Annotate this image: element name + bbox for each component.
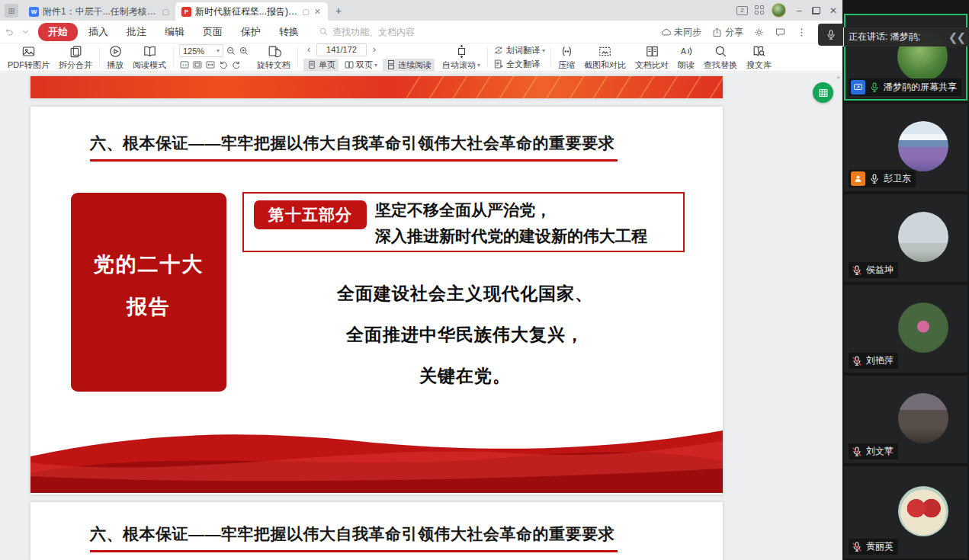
tab-label: 附件1：中层干...任制考核登记表 (43, 5, 159, 18)
avatar (898, 121, 948, 171)
full-translate-button[interactable]: 全文翻译 (493, 59, 545, 70)
word-translate-icon (493, 45, 504, 56)
play-button[interactable]: 播放 (102, 43, 128, 71)
read-mode-button[interactable]: 阅读模式 (128, 43, 171, 71)
prev-page-button[interactable]: ‹ (303, 44, 314, 55)
slide-title-row: 六、根本保证——牢牢把握以伟大自我革命引领伟大社会革命的重要要求 (44, 126, 618, 165)
document-scroll-area[interactable]: 六、根本保证——牢牢把握以伟大自我革命引领伟大社会革命的重要要求 党的二十大 报… (0, 72, 842, 560)
app-grid-icon[interactable] (755, 5, 765, 15)
participant-tile[interactable]: 彭卫东 (844, 104, 967, 191)
rotate-left-icon[interactable] (218, 59, 229, 70)
account-avatar[interactable] (772, 3, 786, 18)
participant-tile[interactable]: 侯益坤 (844, 194, 967, 282)
microphone-icon (825, 29, 837, 41)
collapse-sidebar-icon[interactable]: ❮❮ (948, 30, 964, 44)
minimize-button[interactable]: – (793, 5, 805, 16)
auto-scroll-icon (454, 44, 469, 59)
tab-status-icon: ▢ (162, 8, 169, 16)
menu-item-convert[interactable]: 转换 (270, 23, 308, 41)
tab-document-1[interactable]: 附件1：中层干...任制考核登记表 ▢ (23, 2, 175, 21)
slide-title: 六、根本保证——牢牢把握以伟大自我革命引领伟大社会革命的重要要求 (90, 517, 618, 552)
read-aloud-button[interactable]: 朗读 (673, 43, 699, 71)
slide-title: 六、根本保证——牢牢把握以伟大自我革命引领伟大社会革命的重要要求 (90, 126, 618, 162)
window-controls: 2 – ✕ (736, 3, 839, 18)
single-page-icon (306, 59, 317, 70)
tab-document-2-active[interactable]: 新时代新征程坚...报告) .pdf ▢ ✕ (175, 2, 328, 21)
compress-button[interactable]: 压缩 (553, 43, 579, 71)
search-library-button[interactable]: 搜文库 (742, 43, 776, 71)
rotate-doc-icon (267, 44, 281, 59)
doc-compare-button[interactable]: 文档比对 (630, 43, 673, 71)
wps-writer-icon (29, 7, 39, 17)
double-page-button[interactable]: 双页 ▾ (341, 59, 380, 72)
pdf-to-image-button[interactable]: PDF转图片 (3, 43, 54, 71)
participant-tile[interactable]: 刘艳萍 (844, 285, 967, 373)
chevron-down-icon: ▾ (217, 47, 220, 54)
window-split-icon[interactable]: 2 (736, 6, 748, 15)
slide-title-row: 六、根本保证——牢牢把握以伟大自我革命引领伟大社会革命的重要要求 (44, 517, 618, 555)
close-button[interactable]: ✕ (827, 5, 839, 16)
speaking-text: 正在讲话: 潘梦鹃; (849, 30, 948, 43)
screenshot-compare-button[interactable]: 截图和对比 (579, 43, 630, 71)
red-ribbon-decoration (30, 426, 723, 493)
rotate-document-button[interactable]: 旋转文档 (252, 43, 295, 71)
scrollbar[interactable]: ▲ (835, 74, 842, 82)
undo-icon[interactable] (5, 27, 14, 37)
menu-item-comment[interactable]: 批注 (117, 23, 156, 41)
find-replace-button[interactable]: 查找替换 (699, 43, 742, 71)
zoom-select[interactable]: 125% ▾ (179, 44, 223, 57)
extract-table-float-button[interactable] (813, 82, 833, 103)
avatar (898, 212, 948, 262)
party-emblem-icon (44, 517, 79, 555)
feedback-comment-icon[interactable] (775, 27, 786, 38)
chevron-down-icon: ▾ (374, 62, 377, 69)
section-outline-box: 第十五部分 坚定不移全面从严治党， 深入推进新时代党的建设新的伟大工程 (242, 192, 685, 252)
report-red-card: 党的二十大 报告 (71, 193, 226, 392)
search-box[interactable] (319, 27, 447, 37)
screen-share-icon (851, 80, 865, 94)
auto-scroll-button[interactable]: 自动滚动▾ (438, 43, 485, 71)
table-icon (818, 88, 829, 98)
tab-bar: ⊞ 附件1：中层干...任制考核登记表 ▢ 新时代新征程坚...报告) .pdf… (0, 0, 842, 21)
settings-gear-icon[interactable] (753, 27, 765, 38)
participant-namebar: 彭卫东 (849, 170, 916, 187)
zoom-out-icon[interactable] (226, 46, 236, 56)
rotate-right-icon[interactable] (231, 59, 242, 70)
participant-namebar: 刘艳萍 (849, 353, 898, 369)
mic-on-icon (868, 82, 881, 94)
fit-page-icon[interactable] (192, 59, 203, 70)
tab-close-icon[interactable]: ✕ (313, 7, 322, 17)
search-icon (319, 27, 329, 37)
menu-right-cluster: 未同步 分享 (660, 21, 807, 43)
image-icon (21, 44, 36, 59)
wps-window: ⊞ 附件1：中层干...任制考核登记表 ▢ 新时代新征程坚...报告) .pdf… (0, 0, 842, 560)
next-page-button[interactable]: › (369, 44, 380, 55)
zoom-in-icon[interactable] (239, 46, 249, 56)
restore-button[interactable] (812, 7, 820, 14)
app-home-icon[interactable]: ⊞ (5, 4, 18, 18)
menu-item-protect[interactable]: 保护 (232, 23, 270, 41)
card-line: 党的二十大 (71, 251, 226, 278)
fit-width-icon[interactable] (205, 59, 216, 70)
continuous-read-button[interactable]: 连续阅读 (383, 59, 435, 72)
new-tab-button[interactable]: + (331, 3, 346, 18)
menu-item-insert[interactable]: 插入 (79, 23, 117, 41)
share-icon (711, 27, 723, 38)
single-page-button[interactable]: 单页 (303, 59, 339, 72)
search-input[interactable] (332, 27, 447, 37)
sync-status[interactable]: 未同步 (660, 26, 701, 39)
menu-item-page[interactable]: 页面 (194, 23, 232, 41)
page-indicator[interactable]: 141/172 (316, 43, 367, 56)
participant-tile[interactable]: 刘文苹 (844, 376, 967, 463)
menu-item-edit[interactable]: 编辑 (156, 23, 194, 41)
share-button[interactable]: 分享 (711, 26, 743, 39)
split-merge-button[interactable]: 拆分合并 (54, 43, 97, 71)
meeting-mic-float-button[interactable] (818, 24, 843, 46)
actual-size-icon[interactable] (179, 59, 190, 70)
word-translate-button[interactable]: 划词翻译 ▾ (493, 45, 545, 56)
more-dots-icon[interactable] (796, 27, 807, 38)
menu-item-home[interactable]: 开始 (38, 23, 78, 41)
participant-tile[interactable]: 黄丽英 (844, 466, 967, 558)
chevron-down-icon[interactable] (21, 27, 30, 37)
pages-icon (69, 44, 83, 59)
